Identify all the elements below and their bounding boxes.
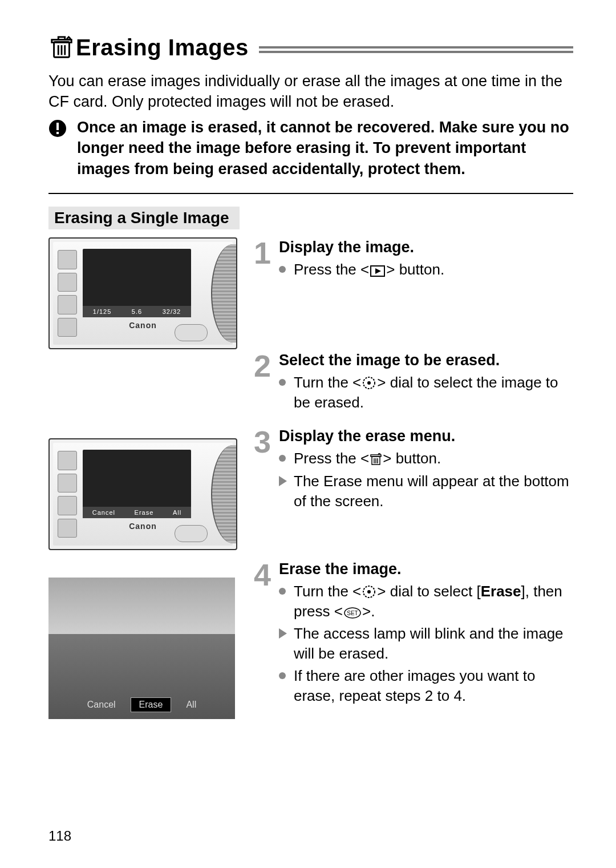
step-title: Select the image to be erased. [279,352,571,369]
step-number: 1 [254,237,279,268]
erase-bold: Erase [481,583,521,600]
step-bullet: If there are other images you want to er… [279,666,571,706]
dial-icon [362,376,376,390]
step-result: The access lamp will blink and the image… [279,624,571,664]
trash-small-icon [370,453,382,466]
step-bullet: Turn the <> dial to select the image to … [279,373,571,413]
overlay-shutter: 1/125 [93,308,112,315]
canon-label: Canon [129,321,157,330]
step-result: The Erase menu will appear at the bottom… [279,471,571,511]
svg-rect-7 [56,123,59,130]
trash-icon [48,34,75,60]
step-3: 3 Display the erase menu. Press the <> b… [254,426,571,513]
warning-text: Once an image is erased, it cannot be re… [77,117,573,179]
lcd-illustration: Cancel Erase All [48,578,235,719]
camera-illustration-2: Cancel Erase All Canon [48,438,237,550]
warning-box: Once an image is erased, it cannot be re… [48,117,573,194]
svg-rect-8 [56,132,59,134]
step-number: 4 [254,559,279,590]
step-1: 1 Display the image. Press the <> button… [254,237,571,282]
svg-rect-14 [371,455,381,457]
step-bullet: Press the <> button. [279,449,571,469]
menu-erase: Erase [135,509,154,516]
illustration-column: 1/125 5.6 32/32 Canon Cancel Erase [48,237,254,720]
step-4: 4 Erase the image. Turn the <> dial to s… [254,559,571,709]
playback-icon [370,265,385,277]
step-title: Erase the image. [279,560,571,578]
menu-erase-selected: Erase [131,697,172,712]
overlay-count: 32/32 [163,308,181,315]
manual-page: Erasing Images You can erase images indi… [0,0,616,868]
svg-point-19 [367,590,371,594]
menu-cancel: Cancel [79,698,124,712]
canon-label: Canon [129,522,157,531]
step-text-column: 1 Display the image. Press the <> button… [254,237,573,720]
camera-illustration-1: 1/125 5.6 32/32 Canon [48,237,237,349]
step-title: Display the erase menu. [279,427,571,445]
page-title: Erasing Images [76,35,249,60]
step-title: Display the image. [279,239,571,256]
set-icon: SET [344,607,361,619]
section-subheading: Erasing a Single Image [48,207,240,229]
intro-text: You can erase images individually or era… [48,71,573,112]
step-number: 3 [254,426,279,457]
dial-icon [362,585,376,599]
menu-cancel: Cancel [92,509,115,516]
menu-all: All [178,698,204,712]
page-number: 118 [48,828,71,844]
steps-area: 1/125 5.6 32/32 Canon Cancel Erase [48,237,573,720]
overlay-aperture: 5.6 [132,308,142,315]
step-number: 2 [254,350,279,381]
step-bullet: Turn the <> dial to select [Erase], then… [279,582,571,621]
warning-icon [48,119,67,138]
svg-point-12 [367,381,371,385]
step-2: 2 Select the image to be erased. Turn th… [254,350,571,415]
svg-marker-10 [375,268,381,274]
svg-rect-2 [58,37,65,40]
svg-text:SET: SET [347,610,358,616]
page-title-row: Erasing Images [48,34,573,60]
menu-all: All [173,509,181,516]
title-rule [259,46,573,49]
step-bullet: Press the <> button. [279,260,571,280]
